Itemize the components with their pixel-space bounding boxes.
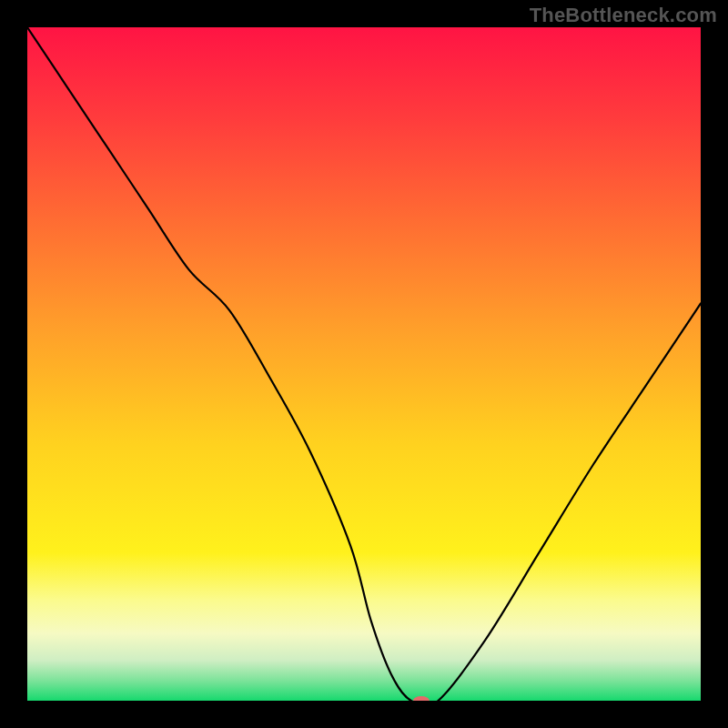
chart-frame: TheBottleneck.com [0,0,728,728]
gradient-background [27,27,701,701]
watermark-text: TheBottleneck.com [530,4,717,27]
plot-area [27,27,701,701]
plot-svg [27,27,701,701]
